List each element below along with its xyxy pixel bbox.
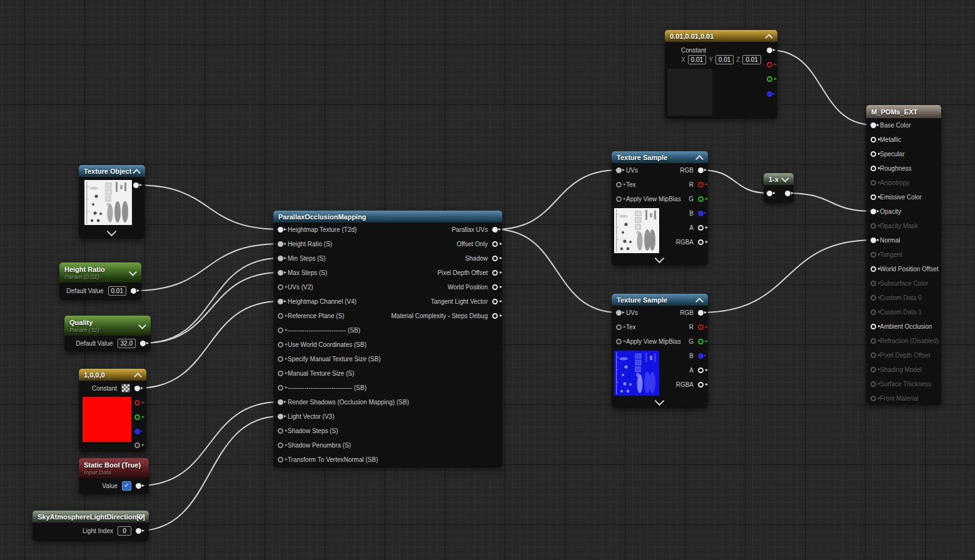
expand-chevron-icon[interactable] <box>655 396 665 406</box>
input-pin[interactable] <box>278 284 283 290</box>
g-output-pin[interactable] <box>767 76 772 82</box>
output-pin[interactable] <box>492 256 498 261</box>
material-input-pin[interactable] <box>871 266 876 272</box>
r-output-pin[interactable] <box>767 62 772 68</box>
b-output-pin[interactable] <box>134 429 140 434</box>
node-header[interactable]: ParallaxOcclusionMapping <box>273 211 502 222</box>
input-pin[interactable] <box>616 196 622 202</box>
param-output-pin[interactable] <box>131 288 136 294</box>
node-texture-object[interactable]: Texture Object <box>79 165 145 239</box>
node-one-minus[interactable]: 1-x <box>764 173 794 203</box>
output-pin[interactable] <box>492 270 498 276</box>
node-header[interactable]: M_POMs_EXT <box>866 105 941 118</box>
input-pin[interactable] <box>278 428 283 434</box>
output-pin[interactable] <box>698 368 704 373</box>
light-index-input[interactable]: 0 <box>118 526 131 536</box>
material-input-pin[interactable] <box>871 281 876 286</box>
chevron-down-icon[interactable] <box>781 174 789 182</box>
chevron-up-icon[interactable] <box>134 372 142 381</box>
chevron-down-icon[interactable] <box>138 321 146 329</box>
output-pin[interactable] <box>492 241 498 247</box>
param-output-pin[interactable] <box>140 341 146 346</box>
output-pin[interactable] <box>698 168 704 173</box>
input-pin[interactable] <box>616 324 622 330</box>
material-graph-canvas[interactable]: Texture Object Height RatioParam (0.01)0… <box>0 0 975 560</box>
material-input-pin[interactable] <box>871 223 876 229</box>
input-pin[interactable] <box>278 399 283 405</box>
input-pin[interactable] <box>278 256 283 261</box>
output-pin[interactable] <box>492 284 498 290</box>
node-header[interactable]: 1,0,0,0 <box>79 369 146 381</box>
node-const-1000[interactable]: 1,0,0,0Constant <box>79 369 146 452</box>
material-input-pin[interactable] <box>871 338 876 344</box>
output-pin[interactable] <box>698 382 704 388</box>
output-pin[interactable] <box>492 313 498 319</box>
node-header[interactable]: Height RatioParam (0.01) <box>59 262 141 282</box>
chevron-up-icon[interactable] <box>695 155 704 163</box>
chevron-up-icon[interactable] <box>695 298 704 306</box>
node-texture-sample-normal[interactable]: Texture SampleUVsTexApply View MipBiasRG… <box>612 294 708 408</box>
output-pin[interactable] <box>492 227 498 232</box>
material-input-pin[interactable] <box>871 194 876 200</box>
expand-chevron-icon[interactable] <box>655 254 665 264</box>
node-header[interactable]: 0.01,0.01,0.01 <box>665 30 777 42</box>
input-pin[interactable] <box>278 227 283 232</box>
z-value-input[interactable]: 0.01 <box>742 55 760 64</box>
output-pin[interactable] <box>698 239 704 245</box>
material-input-pin[interactable] <box>871 367 876 372</box>
material-input-pin[interactable] <box>871 324 876 329</box>
node-sky-atmosphere-light-direction[interactable]: SkyAtmosphereLightDirection[0]0Light Ind… <box>33 511 149 541</box>
r-output-pin[interactable] <box>134 400 140 406</box>
material-input-pin[interactable] <box>871 238 876 243</box>
material-input-pin[interactable] <box>871 295 876 301</box>
input-pin[interactable] <box>278 299 283 304</box>
x-value-input[interactable]: 0.01 <box>688 55 706 64</box>
material-input-pin[interactable] <box>871 381 876 387</box>
output-pin[interactable] <box>698 353 704 359</box>
material-input-pin[interactable] <box>871 180 876 186</box>
chevron-up-icon[interactable] <box>133 169 141 177</box>
node-header[interactable]: QualityParam (32) <box>64 316 151 336</box>
input-pin[interactable] <box>278 442 283 448</box>
node-texture-sample-height[interactable]: Texture SampleUVsTexApply View MipBiasRG… <box>612 151 708 266</box>
output-pin[interactable] <box>698 196 704 202</box>
input-pin[interactable] <box>278 241 283 247</box>
rgb-output-pin[interactable] <box>134 386 140 391</box>
node-const-001[interactable]: 0.01,0.01,0.01ConstantX0.01Y0.01Z0.01 <box>665 30 777 119</box>
input-pin[interactable] <box>616 310 622 316</box>
node-static-bool[interactable]: Static Bool (True)Input Data✓Value <box>79 458 149 494</box>
input-pin[interactable] <box>278 313 283 319</box>
node-parallax-occlusion-mapping[interactable]: ParallaxOcclusionMappingHeightmap Textur… <box>273 211 502 468</box>
output-pin[interactable] <box>698 182 704 188</box>
one-minus-output-pin[interactable] <box>785 191 791 196</box>
rgb-output-pin[interactable] <box>767 48 772 53</box>
default-value-input[interactable]: 0.01 <box>108 286 126 296</box>
one-minus-input-pin[interactable] <box>767 191 772 196</box>
output-pin[interactable] <box>492 299 498 304</box>
g-output-pin[interactable] <box>134 414 140 420</box>
node-m-poms-ext[interactable]: M_POMs_EXTBase ColorMetallicSpecularRoug… <box>866 105 941 405</box>
chevron-down-icon[interactable] <box>129 268 137 276</box>
input-pin[interactable] <box>616 339 622 344</box>
material-input-pin[interactable] <box>871 166 876 171</box>
material-input-pin[interactable] <box>871 396 876 401</box>
chevron-up-icon[interactable] <box>765 34 773 42</box>
node-header[interactable]: Texture Sample <box>612 151 708 163</box>
input-pin[interactable] <box>278 371 283 376</box>
output-pin[interactable] <box>698 225 704 231</box>
output-pin[interactable] <box>698 211 704 216</box>
input-pin[interactable] <box>278 342 283 348</box>
input-pin[interactable] <box>616 182 622 188</box>
node-header[interactable]: Texture Sample <box>612 294 708 306</box>
value-checkbox[interactable]: ✓ <box>122 481 131 491</box>
material-input-pin[interactable] <box>871 137 876 142</box>
material-input-pin[interactable] <box>871 122 876 128</box>
expand-chevron-icon[interactable] <box>107 227 117 237</box>
default-value-input[interactable]: 32.0 <box>118 339 136 348</box>
texture-object-output-pin[interactable] <box>133 182 139 188</box>
node-quality[interactable]: QualityParam (32)32.0Default Value <box>64 316 151 352</box>
material-input-pin[interactable] <box>871 309 876 315</box>
input-pin[interactable] <box>278 457 283 462</box>
field-output-pin[interactable] <box>136 528 141 534</box>
output-pin[interactable] <box>698 310 704 316</box>
